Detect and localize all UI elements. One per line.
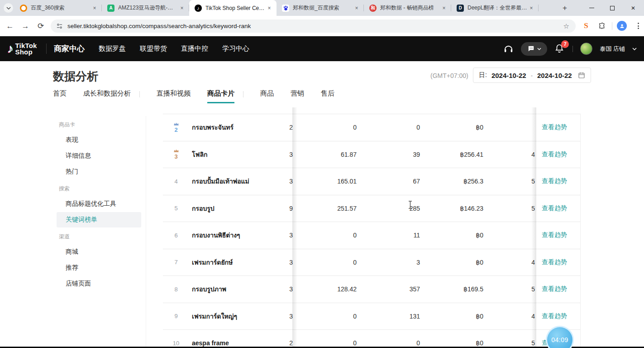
crown-icon <box>173 122 179 126</box>
tab-title: 百度_360搜索 <box>31 4 91 12</box>
page-tab[interactable]: 商品 <box>260 89 274 103</box>
forward-button[interactable]: → <box>20 21 31 32</box>
site-info-icon[interactable] <box>56 23 63 29</box>
reload-button[interactable]: ⟳ <box>35 21 46 32</box>
tab-close-icon[interactable]: × <box>440 5 448 12</box>
view-trend-link[interactable]: 查看趋势 <box>542 123 567 131</box>
table-row: 3 โฟลิก 3 61.87 39 ฿256.41 4 查看趋势 <box>163 141 581 169</box>
store-name[interactable]: 泰国 店铺 <box>600 45 625 53</box>
tiktok-note-icon: ♪ <box>7 42 14 56</box>
clipped-value-right: 5 <box>528 205 535 212</box>
table-row: 2 กรอบพระจันทร์ 2 0 0 ฿0 查看趋势 <box>163 114 581 141</box>
main-nav-item[interactable]: 直播中控 <box>181 44 208 53</box>
view-trend-link[interactable]: 查看趋势 <box>542 231 567 239</box>
rank-cell: 4 <box>163 168 189 195</box>
sidebar-item: 热门 <box>57 164 141 179</box>
rank-number: 3 <box>174 153 177 160</box>
s-extension-icon[interactable]: S <box>581 20 592 31</box>
browser-tab[interactable]: ♪ TikTok Shop Seller Cente × <box>189 0 277 16</box>
tab-close-icon[interactable]: × <box>91 5 98 12</box>
main-nav-item[interactable]: 商家中心 <box>54 44 85 54</box>
sidebar-item: 表现 <box>57 132 141 148</box>
clipped-value-right: 4 <box>528 313 535 320</box>
baidu-paw-icon <box>283 5 289 11</box>
tab-divider <box>139 91 140 97</box>
page-tab[interactable]: 首页 <box>53 89 67 103</box>
sidebar-item: 详细信息 <box>57 148 141 164</box>
metric-col3: ฿0 <box>425 124 483 131</box>
browser-tab[interactable]: 和 郑和数据 - 畅销商品榜 × <box>364 0 451 16</box>
page-tab[interactable]: 营销 <box>291 89 304 103</box>
sidebar-item: 商品卡 <box>52 116 146 132</box>
main-nav-item[interactable]: 数据罗盘 <box>99 44 126 53</box>
browser-tab[interactable]: 百度_360搜索 × <box>14 0 102 16</box>
url-bar[interactable]: seller.tiktokglobalshop.com/compass/sear… <box>51 19 576 33</box>
back-button[interactable]: ← <box>5 21 15 32</box>
metric-col2: 3 <box>362 259 420 266</box>
window-minimize-button[interactable] <box>582 0 601 16</box>
keyword-cell: กรอบปั้มมือเท้าพ่อแม่ <box>192 176 249 186</box>
page-tab[interactable]: 商品卡片 <box>207 89 234 103</box>
page-tab[interactable]: 售后 <box>321 89 334 103</box>
notification-badge: 7 <box>561 40 569 48</box>
table-row: 10 aespa frame 2 0 0 ฿0 5 查看趋势 <box>163 330 581 348</box>
tab-close-icon[interactable]: × <box>353 5 360 12</box>
rank-number: 4 <box>174 178 177 185</box>
action-cell: 查看趋势 <box>536 141 580 168</box>
tab-close-icon[interactable]: × <box>528 5 535 12</box>
keyword-rank-table: 2 กรอบพระจันทร์ 2 0 0 ฿0 查看趋势 3 โฟลิก 3 … <box>163 107 581 348</box>
rank-number: 9 <box>174 313 177 319</box>
store-avatar[interactable] <box>580 43 592 55</box>
clipped-value-right: 5 <box>528 339 535 347</box>
clipped-table-row <box>163 107 581 114</box>
window-close-button[interactable]: ✕ <box>623 0 643 16</box>
browser-tab[interactable]: 郑和数据_百度搜索 × <box>277 0 364 16</box>
tab-favicon: ♪ <box>195 5 202 12</box>
keyword-cell: aespa frame <box>192 339 229 347</box>
keyword-cell: เฟรมการ์ดใหญ่ๆ <box>192 311 237 321</box>
tiktok-shop-logo[interactable]: ♪ TikTok Shop <box>7 42 37 56</box>
view-trend-link[interactable]: 查看趋势 <box>542 312 567 320</box>
window-maximize-button[interactable] <box>602 0 622 16</box>
clipped-value-right: 4 <box>528 151 535 158</box>
page-tab[interactable]: 成长和数据分析 <box>83 89 131 103</box>
sidebar-item: 渠道 <box>52 228 146 244</box>
date-start: 2024-10-22 <box>491 72 526 79</box>
view-trend-link[interactable]: 查看趋势 <box>542 285 567 293</box>
clipped-value-left: 3 <box>278 313 293 320</box>
browser-tab[interactable]: A AMZ123亚马逊导航-跨境 × <box>102 0 189 16</box>
page-tab[interactable]: 直播和视频 <box>157 89 191 103</box>
main-nav-item[interactable]: 联盟带货 <box>140 44 167 53</box>
extensions-puzzle-icon[interactable] <box>596 20 607 31</box>
headset-icon[interactable] <box>503 44 514 54</box>
browser-tab[interactable]: D DeepL翻译：全世界最准确 × <box>451 0 539 16</box>
header-divider <box>572 46 573 52</box>
view-trend-link[interactable]: 查看趋势 <box>542 150 567 159</box>
view-trend-link[interactable]: 查看趋势 <box>542 258 567 266</box>
tab-close-icon[interactable]: × <box>266 5 273 12</box>
calendar-icon[interactable] <box>578 72 585 79</box>
clipped-value-right: 4 <box>528 259 535 266</box>
date-end: 2024-10-22 <box>537 72 572 79</box>
view-trend-link[interactable]: 查看趋势 <box>542 204 567 213</box>
clipped-value-left: 2 <box>278 339 293 347</box>
header-divider <box>46 44 47 54</box>
notifications-button[interactable]: 7 <box>554 43 565 55</box>
tab-close-icon[interactable]: × <box>178 5 186 12</box>
action-cell: 查看趋势 <box>536 222 580 249</box>
sidebar-item: 商城 <box>57 244 141 260</box>
browser-menu-icon[interactable] <box>633 20 644 31</box>
metric-col2: 39 <box>362 151 420 158</box>
view-trend-link[interactable]: 查看趋势 <box>542 177 567 185</box>
store-chevron-down-icon[interactable] <box>632 48 637 50</box>
browser-profile-avatar[interactable] <box>616 20 627 31</box>
rank-number: 2 <box>174 126 177 133</box>
tab-list-chevron-icon[interactable] <box>4 3 13 13</box>
browser-toolbar: ← → ⟳ seller.tiktokglobalshop.com/compas… <box>0 16 644 36</box>
messages-button[interactable] <box>521 42 547 56</box>
bookmark-star-icon[interactable]: ☆ <box>563 22 569 30</box>
new-tab-button[interactable]: + <box>559 3 570 14</box>
date-range-picker[interactable]: 日: 2024-10-22 - 2024-10-22 <box>473 68 591 83</box>
rank-cell: 3 <box>163 141 189 168</box>
main-nav-item[interactable]: 学习中心 <box>222 44 249 53</box>
